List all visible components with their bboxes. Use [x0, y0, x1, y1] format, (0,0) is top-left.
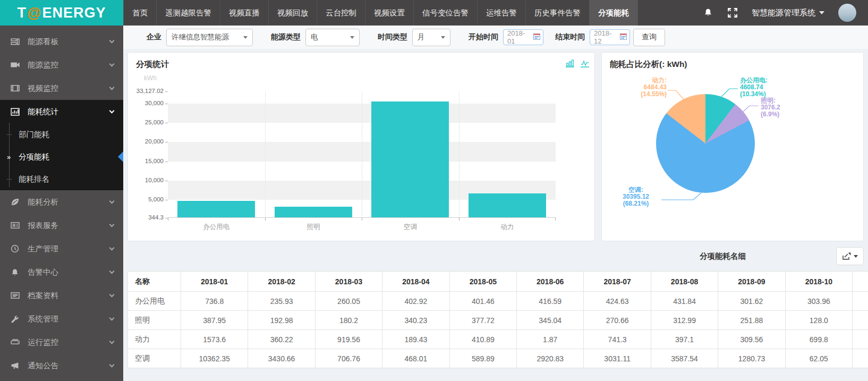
energy-type-label: 能源类型	[271, 32, 301, 42]
calendar-icon[interactable]	[533, 33, 540, 41]
sidebar-subitem[interactable]: 部门能耗	[0, 123, 123, 146]
sidebar-group-item[interactable]: 能源监控	[0, 53, 123, 77]
brand-logo[interactable]: T@ENERGY	[0, 0, 123, 26]
bar-空调	[371, 101, 449, 217]
sidebar-group-active[interactable]: 能耗统计	[0, 100, 123, 123]
bar-toggle-icon[interactable]	[566, 59, 574, 67]
grid-vline	[459, 91, 459, 217]
y-axis-tick	[165, 104, 168, 104]
sidebar-subitem-label: 部门能耗	[19, 130, 49, 140]
energy-type-select[interactable]: 电	[305, 29, 360, 46]
value-cell: 10362.35	[181, 349, 248, 368]
y-axis-tick	[165, 142, 168, 142]
x-axis-tick	[555, 218, 556, 221]
wrench-icon	[11, 315, 20, 323]
avatar[interactable]	[838, 4, 856, 22]
table-column-header: 2018-08	[651, 272, 718, 292]
end-time-value: 2018-12	[594, 29, 618, 45]
energy-type-select-value: 电	[311, 32, 318, 42]
x-axis-tick	[168, 218, 168, 221]
system-menu[interactable]: 智慧能源管理系统	[752, 8, 824, 18]
chevron-down-icon	[109, 84, 115, 90]
value-cell: 402.92	[382, 292, 449, 311]
sidebar-group-item[interactable]: 视频监控	[0, 77, 123, 100]
chart-toolbox	[566, 59, 589, 67]
sidebar-group-item[interactable]: 生产管理	[0, 237, 123, 260]
top-nav-item[interactable]: 视频直播	[220, 0, 269, 26]
sidebar-group-label: 系统管理	[28, 314, 110, 324]
sidebar-group-item[interactable]: 运行监控	[0, 331, 123, 354]
value-cell: 270.66	[584, 311, 651, 330]
chevron-down-icon	[109, 268, 115, 274]
archive-icon	[11, 291, 20, 300]
table-toolbar: 分项能耗名细	[123, 241, 868, 271]
value-cell: 192.98	[248, 311, 315, 330]
table-header-row: 名称2018-012018-022018-032018-042018-05201…	[128, 272, 868, 292]
sidebar-group-item[interactable]: 系统管理	[0, 307, 123, 331]
top-nav-item[interactable]: 分项能耗	[590, 0, 638, 26]
value-cell: 3587.54	[651, 349, 718, 368]
clock-icon	[11, 244, 20, 253]
value-cell: 416.59	[517, 292, 584, 311]
calendar-icon[interactable]	[620, 33, 627, 41]
sidebar-group-label: 通知公告	[28, 361, 110, 371]
export-button[interactable]	[836, 247, 864, 265]
pie-chart-panel: 能耗占比分析(: kWh) 办公用电:4608.74(10.34%)照明:307…	[601, 52, 864, 241]
company-select[interactable]: 许继信息智慧能源	[166, 29, 253, 46]
sidebar-group-label: 档案资料	[28, 291, 110, 301]
energy-data-table: 名称2018-012018-022018-032018-042018-05201…	[127, 271, 868, 368]
sidebar-group-item[interactable]: 能耗分析	[0, 190, 123, 214]
sidebar-group-item[interactable]: 档案资料	[0, 284, 123, 307]
app-root: T@ENERGY 首页遥测越限告警视频直播视频回放云台控制视频设置信号变位告警运…	[0, 0, 868, 381]
value-cell: 1280.73	[718, 349, 785, 368]
table-column-header: 2018-11	[853, 272, 868, 292]
top-nav-item[interactable]: 视频回放	[269, 0, 317, 26]
sidebar-subitem[interactable]: »分项能耗	[0, 146, 123, 168]
table-row: 照明387.95192.98180.2340.23377.72345.04270…	[128, 311, 868, 330]
sidebar-subitem[interactable]: 能耗排名	[0, 168, 123, 190]
y-axis-tick	[165, 181, 168, 181]
caret-down-icon	[243, 36, 248, 39]
value-cell: 309.56	[718, 330, 785, 349]
top-nav-item[interactable]: 云台控制	[317, 0, 365, 26]
sidebar-group-item[interactable]: 告警中心	[0, 260, 123, 284]
table-title: 分项能耗名细	[700, 251, 746, 261]
sidebar-subitem-label: 能耗排名	[19, 174, 49, 184]
line-toggle-icon[interactable]	[581, 59, 589, 67]
sidebar-group-label: 视频监控	[28, 83, 110, 94]
row-name-cell: 动力	[128, 330, 181, 349]
company-label: 企业	[147, 32, 161, 42]
megaphone-icon	[11, 361, 20, 370]
query-button[interactable]: 查询	[633, 29, 665, 46]
caret-down-icon	[854, 255, 858, 258]
value-cell: 1545.35	[853, 349, 868, 368]
logo-at-icon: @	[27, 5, 42, 21]
x-axis-tick	[265, 218, 266, 221]
value-cell: 401.46	[449, 292, 516, 311]
grid-vline	[265, 91, 266, 217]
sidebar-group-item[interactable]: 报表服务	[0, 214, 123, 237]
content: 企业 许继信息智慧能源 能源类型 电 时间类型 月	[123, 26, 868, 381]
sidebar-group-item[interactable]: 能源看板	[0, 30, 123, 53]
bar-chart-title: 分项统计	[136, 59, 169, 70]
time-type-select[interactable]: 月	[412, 29, 450, 46]
table-row: 空调10362.353430.66706.76468.01589.892920.…	[128, 349, 868, 368]
sidebar-group-item[interactable]: 通知公告	[0, 354, 123, 377]
top-nav-item[interactable]: 视频设置	[365, 0, 414, 26]
fullscreen-icon[interactable]	[727, 7, 738, 18]
top-nav-item[interactable]: 首页	[123, 0, 157, 26]
filter-bar: 企业 许继信息智慧能源 能源类型 电 时间类型 月	[123, 26, 868, 49]
value-cell: 1.87	[517, 330, 584, 349]
top-nav-item[interactable]: 信号变位告警	[414, 0, 478, 26]
top-nav-item[interactable]: 历史事件告警	[526, 0, 590, 26]
y-axis-tick-label: 344.3	[126, 214, 164, 221]
start-time-input[interactable]: 2018-01	[503, 29, 543, 45]
caret-down-icon	[350, 36, 354, 39]
value-cell: 706.76	[315, 349, 382, 368]
bell-icon[interactable]	[703, 7, 713, 18]
end-time-input[interactable]: 2018-12	[590, 29, 630, 45]
top-nav-item[interactable]: 遥测越限告警	[157, 0, 220, 26]
top-nav-item[interactable]: 运维告警	[478, 0, 526, 26]
bar-动力	[469, 193, 546, 217]
value-cell: 699.8	[785, 330, 852, 349]
